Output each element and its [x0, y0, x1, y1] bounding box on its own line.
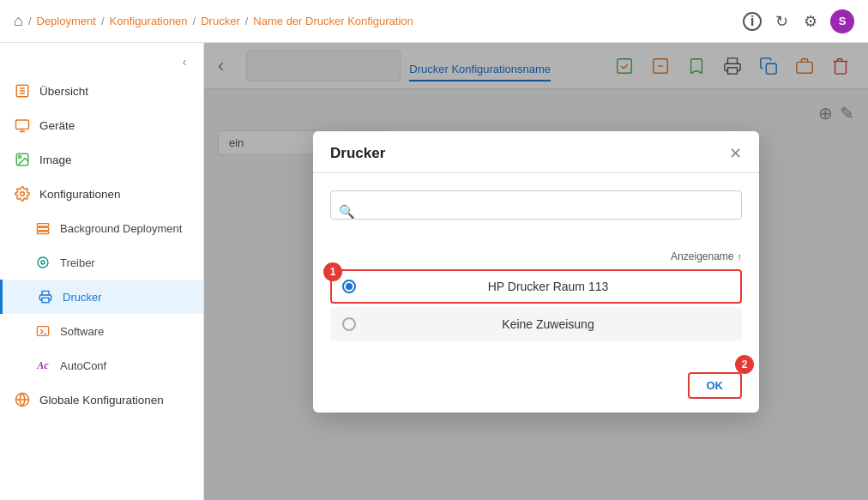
svg-point-14: [41, 261, 45, 264]
autoconf-icon: Ac: [34, 357, 51, 374]
breadcrumb-sep-3: /: [245, 15, 249, 27]
sidebar-label-autoconf: AutoConf: [60, 359, 106, 372]
settings-icon[interactable]: ⚙: [801, 12, 820, 31]
ok-button[interactable]: OK: [688, 372, 743, 399]
svg-point-13: [38, 257, 48, 268]
list-item-hp-drucker[interactable]: 1 HP Drucker Raum 113: [330, 269, 742, 304]
sidebar-item-treiber[interactable]: Treiber: [0, 245, 203, 280]
home-icon[interactable]: ⌂: [14, 12, 23, 30]
svg-rect-15: [42, 298, 49, 302]
radio-hp-drucker[interactable]: [342, 280, 356, 293]
modal-body: 🔍 Anzeigename ↑ 1 HP Drucker Raum 113: [313, 173, 759, 362]
sidebar-item-gerate[interactable]: Geräte: [0, 108, 203, 142]
modal-title: Drucker: [330, 145, 385, 162]
modal-footer: 2 OK: [313, 362, 759, 413]
printer-icon: [37, 288, 54, 305]
sidebar-item-autoconf[interactable]: Ac AutoConf: [0, 348, 203, 383]
modal-overlay: Drucker ✕ 🔍 Anzeigename ↑: [204, 43, 868, 500]
column-label: Anzeigename: [671, 250, 733, 262]
column-header: Anzeigename ↑: [330, 247, 742, 269]
search-icon: 🔍: [339, 204, 355, 220]
sidebar-item-konfigurationen[interactable]: Konfigurationen: [0, 177, 203, 211]
breadcrumb-deployment[interactable]: Deployment: [37, 15, 96, 27]
modal-header: Drucker ✕: [313, 131, 759, 173]
list-item-label-keine-zuweisung: Keine Zuweisung: [366, 317, 730, 331]
modal-close-button[interactable]: ✕: [729, 146, 742, 161]
avatar[interactable]: S: [830, 9, 854, 33]
svg-point-9: [21, 192, 25, 196]
step-badge-1: 1: [323, 262, 342, 281]
image-icon: [14, 151, 31, 168]
global-icon: [14, 391, 31, 408]
sidebar-item-globale-konfigurationen[interactable]: Globale Konfigurationen: [0, 383, 203, 417]
search-wrapper: 🔍: [330, 190, 742, 233]
svg-rect-10: [37, 224, 48, 226]
sidebar-label-treiber: Treiber: [60, 256, 95, 269]
gear-icon: [14, 185, 31, 202]
sidebar-label-ubersicht: Übersicht: [39, 85, 88, 98]
svg-point-8: [19, 156, 21, 159]
layout: ‹ Übersicht Geräte Image: [0, 43, 868, 500]
breadcrumb-konfigurationen[interactable]: Konfigurationen: [110, 15, 188, 27]
sidebar-label-background-deployment: Background Deployment: [60, 222, 182, 235]
sidebar-item-drucker[interactable]: Drucker: [0, 280, 203, 314]
svg-rect-4: [16, 120, 29, 130]
sidebar-item-image[interactable]: Image: [0, 142, 203, 177]
sidebar-item-background-deployment[interactable]: Background Deployment: [0, 211, 203, 245]
sort-arrow[interactable]: ↑: [738, 251, 743, 262]
sidebar-item-software[interactable]: Software: [0, 314, 203, 348]
driver-icon: [34, 254, 51, 271]
breadcrumb-drucker[interactable]: Drucker: [201, 15, 240, 27]
sidebar-item-ubersicht[interactable]: Übersicht: [0, 74, 203, 108]
sidebar-label-globale-konfigurationen: Globale Konfigurationen: [39, 394, 164, 407]
topbar: ⌂ / Deployment / Konfigurationen / Druck…: [0, 0, 868, 43]
drucker-modal: Drucker ✕ 🔍 Anzeigename ↑: [313, 131, 759, 413]
step-badge-2: 2: [735, 355, 754, 374]
sidebar-label-image: Image: [39, 154, 72, 166]
software-icon: [34, 322, 51, 340]
breadcrumb-drucker-config[interactable]: Name der Drucker Konfiguration: [253, 15, 413, 27]
svg-rect-12: [37, 232, 48, 234]
sidebar-label-konfigurationen: Konfigurationen: [39, 188, 121, 201]
sync-icon[interactable]: ↻: [772, 12, 791, 31]
main-content: ‹ Drucker Konfigurationsname: [204, 43, 868, 500]
breadcrumb-sep-0: /: [28, 15, 32, 27]
breadcrumb-sep-2: /: [193, 15, 196, 27]
list-item-label-hp-drucker: HP Drucker Raum 113: [366, 280, 730, 293]
sidebar-toggle[interactable]: ‹: [172, 50, 196, 74]
modal-search-input[interactable]: [330, 190, 742, 220]
topbar-right: i ↻ ⚙ S: [743, 9, 854, 33]
layers-icon: [34, 220, 51, 237]
sidebar-label-drucker: Drucker: [63, 291, 102, 304]
sidebar-label-software: Software: [60, 325, 104, 338]
list-icon: [14, 82, 31, 99]
breadcrumb-area: ⌂ / Deployment / Konfigurationen / Druck…: [14, 12, 743, 30]
radio-keine-zuweisung[interactable]: [342, 317, 356, 331]
monitor-icon: [14, 117, 31, 134]
svg-rect-11: [37, 227, 48, 230]
info-icon[interactable]: i: [743, 12, 762, 31]
breadcrumb-sep-1: /: [101, 15, 105, 27]
sidebar: ‹ Übersicht Geräte Image: [0, 43, 204, 500]
sidebar-label-gerate: Geräte: [39, 119, 75, 132]
list-item-keine-zuweisung[interactable]: Keine Zuweisung: [330, 307, 742, 341]
